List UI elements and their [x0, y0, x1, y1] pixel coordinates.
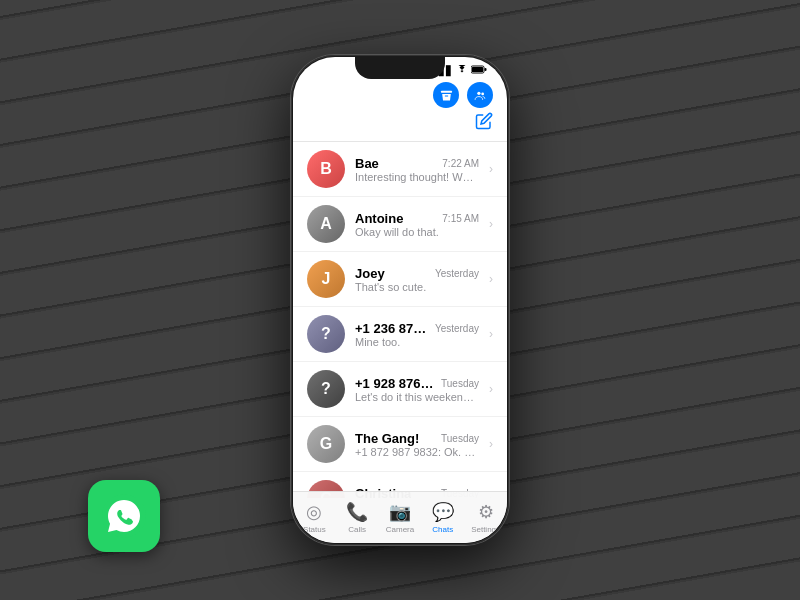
phone-screen: ▋▋▋ [293, 57, 507, 543]
nav-item-chats[interactable]: 💬 Chats [421, 501, 464, 534]
svg-point-7 [481, 92, 484, 95]
chat-time: 7:15 AM [442, 213, 479, 224]
whatsapp-app-icon[interactable] [88, 480, 160, 552]
avatar: G [307, 425, 345, 463]
chevron-right-icon: › [489, 437, 493, 451]
wifi-icon [456, 65, 468, 76]
chat-name: Antoine [355, 211, 403, 226]
chat-preview: +1 872 987 9832: Ok. Now that's a bit sh… [355, 446, 479, 458]
bottom-nav: ◎ Status 📞 Calls 📷 Camera 💬 Chats ⚙ Sett… [293, 491, 507, 543]
notch [355, 57, 445, 79]
avatar: ? [307, 315, 345, 353]
calls-nav-label: Calls [348, 525, 366, 534]
chevron-right-icon: › [489, 382, 493, 396]
avatar: J [307, 260, 345, 298]
chat-preview: Interesting thought! We should give it a… [355, 171, 479, 183]
chat-item[interactable]: ? +1 928 876 6123 Tuesday Let's do it th… [293, 362, 507, 417]
chat-preview: Okay will do that. [355, 226, 479, 238]
chat-name: Bae [355, 156, 379, 171]
chat-time: Tuesday [441, 433, 479, 444]
nav-item-settings[interactable]: ⚙ Settings [464, 501, 507, 534]
archive-icon-button[interactable] [433, 82, 459, 108]
settings-nav-label: Settings [471, 525, 500, 534]
chat-time: Tuesday [441, 378, 479, 389]
compose-button[interactable] [475, 112, 493, 135]
chat-content: The Gang! Tuesday +1 872 987 9832: Ok. N… [355, 431, 479, 458]
chat-preview: Let's do it this weekend. It's been so l… [355, 391, 479, 403]
chat-item[interactable]: ? +1 236 873 2328 Yesterday Mine too. › [293, 307, 507, 362]
chevron-right-icon: › [489, 217, 493, 231]
avatar: B [307, 150, 345, 188]
chat-time: Yesterday [435, 323, 479, 334]
battery-icon [471, 65, 487, 76]
chat-name: The Gang! [355, 431, 419, 446]
chat-time: 7:22 AM [442, 158, 479, 169]
chevron-right-icon: › [489, 162, 493, 176]
chat-time: Yesterday [435, 268, 479, 279]
settings-nav-icon: ⚙ [478, 501, 494, 523]
chevron-right-icon: › [489, 327, 493, 341]
chat-item[interactable]: G The Gang! Tuesday +1 872 987 9832: Ok.… [293, 417, 507, 472]
chat-content: Joey Yesterday That's so cute. [355, 266, 479, 293]
nav-item-camera[interactable]: 📷 Camera [379, 501, 422, 534]
chat-content: +1 236 873 2328 Yesterday Mine too. [355, 321, 479, 348]
chat-content: Antoine 7:15 AM Okay will do that. [355, 211, 479, 238]
chat-preview: That's so cute. [355, 281, 479, 293]
avatar: A [307, 205, 345, 243]
nav-item-status[interactable]: ◎ Status [293, 501, 336, 534]
avatar: ? [307, 370, 345, 408]
header-action-icons [433, 82, 493, 108]
chat-preview: Mine too. [355, 336, 479, 348]
chat-list: B Bae 7:22 AM Interesting thought! We sh… [293, 142, 507, 498]
chat-item[interactable]: B Bae 7:22 AM Interesting thought! We sh… [293, 142, 507, 197]
new-group-icon-button[interactable] [467, 82, 493, 108]
chat-name: Joey [355, 266, 385, 281]
scene: ▋▋▋ [0, 0, 800, 600]
status-nav-icon: ◎ [306, 501, 322, 523]
svg-rect-3 [485, 68, 487, 71]
chats-title-row [307, 112, 493, 135]
chats-header [293, 80, 507, 142]
camera-nav-icon: 📷 [389, 501, 411, 523]
svg-point-6 [477, 91, 480, 94]
camera-nav-label: Camera [386, 525, 414, 534]
chat-item[interactable]: A Antoine 7:15 AM Okay will do that. › [293, 197, 507, 252]
chat-item[interactable]: J Joey Yesterday That's so cute. › [293, 252, 507, 307]
status-nav-label: Status [303, 525, 326, 534]
svg-rect-2 [472, 67, 483, 72]
chat-name: +1 236 873 2328 [355, 321, 431, 336]
svg-rect-4 [441, 90, 452, 92]
chats-nav-label: Chats [432, 525, 453, 534]
chats-nav-icon: 💬 [432, 501, 454, 523]
chevron-right-icon: › [489, 272, 493, 286]
header-top [307, 82, 493, 108]
phone-frame: ▋▋▋ [291, 55, 509, 545]
chat-name: +1 928 876 6123 [355, 376, 437, 391]
chat-content: Bae 7:22 AM Interesting thought! We shou… [355, 156, 479, 183]
calls-nav-icon: 📞 [346, 501, 368, 523]
nav-item-calls[interactable]: 📞 Calls [336, 501, 379, 534]
chat-content: +1 928 876 6123 Tuesday Let's do it this… [355, 376, 479, 403]
